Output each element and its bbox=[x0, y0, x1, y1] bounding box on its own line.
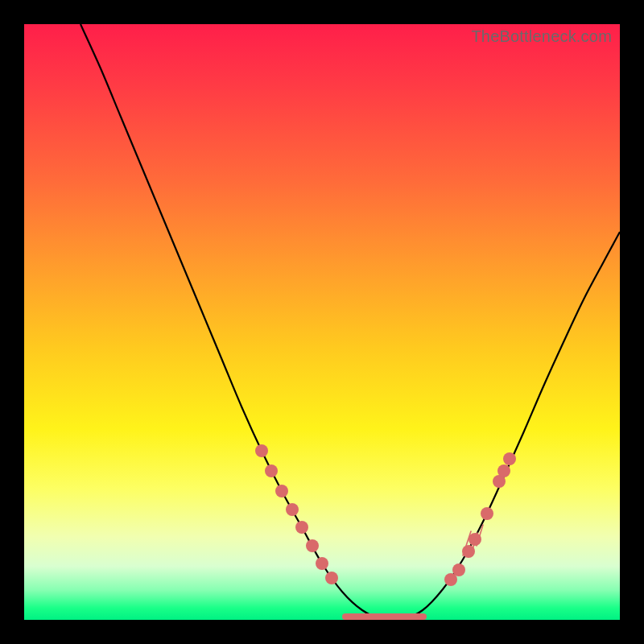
curve-markers-right bbox=[444, 452, 516, 586]
curve-marker bbox=[452, 564, 465, 576]
curve-marker bbox=[275, 485, 288, 497]
curve-markers-left bbox=[255, 444, 338, 584]
curve-marker bbox=[325, 572, 338, 584]
curve-marker bbox=[497, 464, 510, 477]
plot-area: TheBottleneck.com bbox=[24, 24, 620, 620]
curve-marker bbox=[295, 521, 308, 534]
chart-frame: TheBottleneck.com bbox=[0, 0, 644, 644]
curve-bottom-band bbox=[342, 613, 427, 620]
curve-marker bbox=[503, 452, 516, 465]
chart-svg bbox=[24, 24, 620, 620]
curve-marker bbox=[481, 507, 493, 520]
curve-marker bbox=[265, 464, 278, 477]
bottleneck-curve bbox=[80, 24, 620, 620]
curve-marker bbox=[255, 444, 268, 457]
curve-marker bbox=[286, 503, 299, 516]
curve-marker bbox=[316, 557, 328, 570]
curve-marker bbox=[306, 539, 319, 552]
